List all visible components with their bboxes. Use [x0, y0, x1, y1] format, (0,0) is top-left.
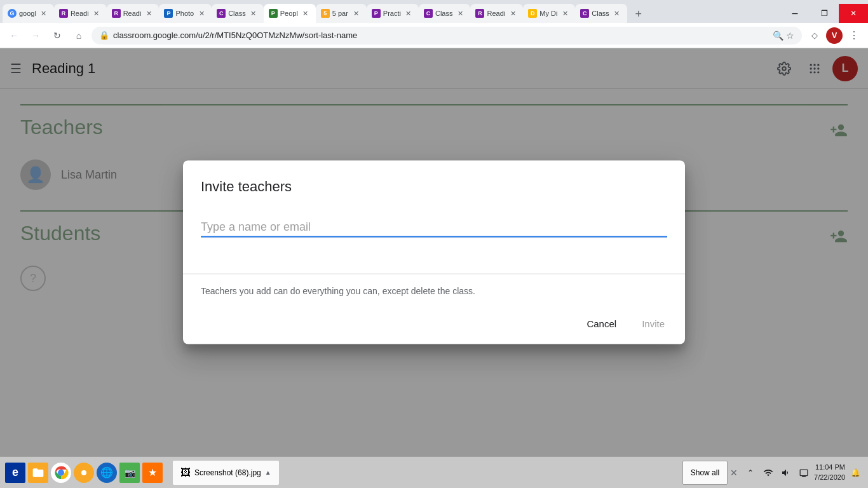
tab-peopl[interactable]: P Peopl ✕ [264, 4, 316, 23]
tab-readi2[interactable]: R Readi ✕ [107, 4, 159, 23]
tab-close-5par[interactable]: ✕ [351, 8, 362, 18]
network-icon[interactable] [761, 465, 776, 480]
tab-close-readi3[interactable]: ✕ [508, 8, 518, 18]
extensions-button[interactable]: ◇ [806, 27, 824, 44]
tab-readi3[interactable]: R Readi ✕ [470, 4, 523, 23]
tab-5par[interactable]: 5 5 par ✕ [316, 4, 367, 23]
tab-favicon-class3: C [580, 9, 589, 18]
home-button[interactable]: ⌂ [70, 27, 88, 44]
browser-profile-avatar[interactable]: V [826, 27, 843, 44]
tab-close-mydi[interactable]: ✕ [560, 8, 570, 18]
date-text: 7/22/2020 [814, 473, 845, 482]
tab-close-peopl[interactable]: ✕ [301, 8, 311, 18]
tab-label-readi2: Readi [123, 10, 142, 17]
tab-close-photo[interactable]: ✕ [196, 8, 207, 18]
show-all-button[interactable]: Show all [682, 461, 728, 485]
tab-photo[interactable]: P Photo ✕ [159, 4, 212, 23]
name-email-input[interactable] [201, 218, 667, 238]
tab-bar: G googl ✕ R Readi ✕ R Readi ✕ P Photo ✕ … [0, 0, 868, 23]
show-hidden-icons-button[interactable]: ⌃ [743, 465, 758, 480]
notification-item[interactable]: 🖼 Screenshot (68).jpg ▲ [173, 461, 279, 485]
time-text: 11:04 PM [814, 463, 845, 472]
volume-icon[interactable] [778, 465, 794, 480]
tab-label-photo: Photo [175, 10, 194, 17]
time-display: 11:04 PM 7/22/2020 [814, 463, 845, 482]
address-bar-row: ← → ↻ ⌂ 🔒 classroom.google.com/u/2/r/MTI… [0, 23, 868, 48]
dialog-title: Invite teachers [183, 161, 685, 200]
input-underline [201, 238, 667, 238]
dialog-actions: Cancel Invite [183, 308, 685, 344]
bookmark-icon: ☆ [786, 30, 794, 41]
tab-close-class1[interactable]: ✕ [248, 8, 259, 18]
taskbar-left: e 🌐 📷 [0, 463, 168, 483]
tab-class3[interactable]: C Class ✕ [575, 4, 627, 23]
tab-class1[interactable]: C Class ✕ [212, 4, 264, 23]
taskbar-right: ⌃ 11:04 PM 7/22/2020 🔔 [738, 463, 868, 482]
dialog-footer-text: Teachers you add can do everything you c… [183, 274, 685, 308]
wifi-icon [763, 468, 773, 478]
tab-close-class3[interactable]: ✕ [612, 8, 622, 18]
file-explorer-icon[interactable] [28, 463, 48, 483]
address-text: classroom.google.com/u/2/r/MTI5NzQ0OTMzN… [113, 30, 769, 40]
chrome-svg-icon [53, 465, 69, 480]
back-button[interactable]: ← [5, 27, 23, 44]
address-icons: 🔍 ☆ [773, 30, 794, 41]
new-tab-button[interactable]: + [630, 5, 648, 23]
minimize-button[interactable]: – [780, 4, 810, 23]
page-area: ☰ Reading 1 L Teachers [0, 48, 868, 456]
tab-favicon-class1: C [217, 9, 226, 18]
invite-button[interactable]: Invite [632, 313, 675, 334]
tab-favicon-googl: G [8, 9, 17, 18]
speaker-icon [781, 468, 791, 478]
search-icon: 🔍 [773, 30, 783, 41]
reload-button[interactable]: ↻ [48, 27, 66, 44]
ie-icon[interactable]: e [5, 463, 25, 483]
tab-label-peopl: Peopl [280, 10, 298, 17]
tab-close-googl[interactable]: ✕ [39, 8, 49, 18]
close-button[interactable]: ✕ [839, 4, 868, 23]
photo-app-icon[interactable]: 📷 [119, 463, 140, 483]
tab-readi1[interactable]: R Readi ✕ [54, 4, 107, 23]
invite-teachers-dialog: Invite teachers Teachers you add can do … [183, 161, 685, 344]
maximize-button[interactable]: ❐ [810, 4, 839, 23]
tab-close-practi[interactable]: ✕ [403, 8, 414, 18]
tab-googl[interactable]: G googl ✕ [3, 4, 54, 23]
notifications-button[interactable]: 🔔 [848, 465, 863, 480]
tab-favicon-practi: P [372, 9, 381, 18]
tab-label-googl: googl [19, 10, 36, 17]
tab-label-class1: Class [228, 10, 246, 17]
svg-point-10 [58, 470, 64, 476]
tab-label-class2: Class [435, 10, 453, 17]
notification-filename: Screenshot (68).jpg [194, 468, 261, 477]
chevron-up-icon: ▲ [265, 469, 271, 476]
tab-close-readi1[interactable]: ✕ [92, 8, 102, 18]
tab-class2[interactable]: C Class ✕ [419, 4, 471, 23]
internet-icon[interactable]: 🌐 [97, 463, 117, 483]
tab-label-readi1: Readi [71, 10, 89, 17]
yellow-app-icon[interactable]: ★ [142, 463, 163, 483]
address-bar[interactable]: 🔒 classroom.google.com/u/2/r/MTI5NzQ0OTM… [92, 27, 802, 44]
image-file-icon: 🖼 [180, 467, 191, 478]
notification-bar: 🖼 Screenshot (68).jpg ▲ [168, 461, 682, 485]
tab-label-practi: Practi [383, 10, 401, 17]
chrome-canary-svg [76, 465, 92, 480]
tab-close-class2[interactable]: ✕ [455, 8, 465, 18]
tab-mydi[interactable]: D My Di ✕ [523, 4, 575, 23]
svg-point-12 [81, 470, 86, 475]
tab-favicon-class2: C [424, 9, 433, 18]
dialog-body [183, 200, 685, 248]
cancel-button[interactable]: Cancel [576, 313, 627, 334]
tab-practi[interactable]: P Practi ✕ [367, 4, 419, 23]
lock-icon: 🔒 [99, 30, 109, 40]
close-notification-button[interactable]: ✕ [730, 468, 738, 478]
tab-close-readi2[interactable]: ✕ [144, 8, 154, 18]
forward-button[interactable]: → [27, 27, 44, 44]
chrome-icon[interactable] [51, 463, 71, 483]
browser-menu-button[interactable]: ⋮ [845, 27, 863, 44]
chrome-canary-icon[interactable] [74, 463, 94, 483]
tab-label-mydi: My Di [539, 10, 557, 17]
taskbar: e 🌐 📷 [0, 456, 868, 488]
display-settings-icon[interactable] [796, 465, 811, 480]
tab-favicon-readi1: R [59, 9, 68, 18]
tab-favicon-mydi: D [528, 9, 537, 18]
